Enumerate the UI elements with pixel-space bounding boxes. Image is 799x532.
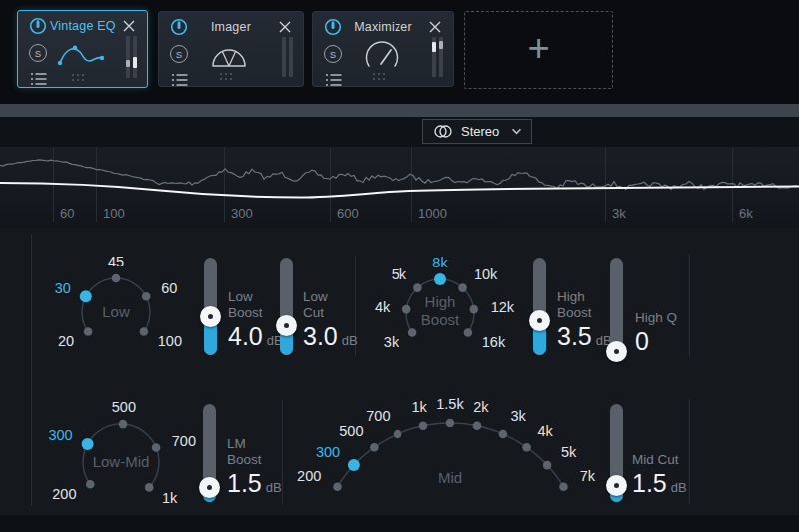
knob-option-label[interactable]: 45 — [108, 254, 124, 269]
knob-option-dot[interactable] — [86, 480, 95, 489]
high-boost-slider[interactable] — [529, 258, 550, 355]
slider-handle[interactable] — [529, 310, 550, 331]
knob-option-label[interactable]: 200 — [52, 486, 76, 502]
power-button[interactable] — [323, 17, 343, 37]
knob-option-label[interactable]: 8k — [432, 255, 448, 270]
knob-option-label[interactable]: 300 — [316, 444, 340, 460]
low-mid-frequency-knob: 2003005007001kLow-Mid — [48, 399, 196, 507]
knob-option-label[interactable]: 5k — [392, 266, 407, 282]
knob-option-label[interactable]: 30 — [55, 280, 71, 296]
slider-track[interactable] — [280, 258, 293, 355]
mid-cut-slider[interactable] — [606, 404, 627, 502]
knob-option-dot[interactable] — [152, 443, 161, 452]
knob-option-label[interactable]: 1k — [411, 399, 427, 415]
drag-handle[interactable] — [18, 74, 137, 81]
module-card-vintage-eq[interactable]: Vintage EQS — [17, 10, 148, 88]
knob-option-dot[interactable] — [446, 419, 455, 428]
knob-option-label[interactable]: 3k — [511, 408, 527, 424]
knob-option-label[interactable]: 16k — [482, 334, 506, 350]
knob-option-label[interactable]: 200 — [297, 468, 321, 484]
low-cut-slider[interactable] — [276, 258, 297, 355]
knob-option-label[interactable]: 1k — [162, 490, 178, 506]
knob-option-label[interactable]: 700 — [366, 408, 390, 424]
knob-option-dot[interactable] — [142, 292, 151, 301]
knob-option-dot[interactable] — [408, 328, 417, 337]
knob-option-dot[interactable] — [522, 443, 531, 452]
knob-option-label[interactable]: 60 — [161, 280, 177, 296]
knob-option-dot[interactable] — [333, 482, 342, 491]
knob-option-dot[interactable] — [145, 483, 154, 492]
divider — [689, 254, 690, 357]
module-title: Maximizer — [345, 20, 421, 34]
lm-boost-slider[interactable] — [199, 404, 220, 502]
mid-cut-readout: Mid Cut1.5dB — [632, 452, 687, 501]
knob-option-dot[interactable] — [82, 438, 94, 450]
knob-option-dot[interactable] — [499, 430, 508, 439]
channel-selector-label: Stereo — [461, 124, 504, 139]
drag-handle[interactable] — [159, 73, 293, 80]
knob-option-label[interactable]: 12k — [491, 299, 515, 315]
knob-option-label[interactable]: 7k — [580, 468, 596, 484]
knob-option-dot[interactable] — [80, 290, 92, 302]
knob-option-dot[interactable] — [119, 420, 128, 429]
overview-scrollbar[interactable] — [0, 104, 799, 117]
high-q-slider[interactable] — [606, 258, 627, 355]
slider-label: High Q — [635, 310, 677, 326]
knob-option-label[interactable]: 100 — [158, 333, 182, 349]
knob-option-label[interactable]: 500 — [112, 399, 136, 415]
module-card-imager[interactable]: ImagerS — [158, 11, 304, 87]
slider-handle[interactable] — [606, 475, 627, 496]
slider-handle[interactable] — [276, 315, 297, 336]
knob-option-label[interactable]: 700 — [172, 433, 196, 449]
knob-center-label: Low — [102, 303, 130, 320]
close-icon[interactable] — [275, 17, 295, 37]
knob-option-label[interactable]: 300 — [48, 427, 72, 443]
footer-bar — [0, 515, 799, 532]
level-meters — [126, 36, 137, 78]
knob-option-dot[interactable] — [84, 327, 93, 336]
drag-handle[interactable] — [313, 73, 443, 80]
channel-selector-dropdown[interactable]: Stereo — [422, 119, 532, 144]
knob-option-dot[interactable] — [413, 283, 422, 292]
knob-option-dot[interactable] — [559, 482, 568, 491]
slider-handle[interactable] — [200, 306, 221, 327]
knob-option-dot[interactable] — [348, 459, 360, 471]
power-button[interactable] — [28, 16, 48, 36]
knob-option-dot[interactable] — [140, 327, 149, 336]
solo-button[interactable]: S — [169, 44, 189, 64]
knob-option-label[interactable]: 3k — [384, 334, 400, 350]
slider-handle[interactable] — [199, 477, 220, 498]
knob-option-dot[interactable] — [473, 422, 482, 431]
knob-option-dot[interactable] — [394, 430, 402, 439]
knob-option-dot[interactable] — [112, 274, 121, 283]
power-button[interactable] — [169, 17, 189, 37]
high-q-value: 0 — [635, 328, 649, 354]
knob-option-label[interactable]: 2k — [473, 399, 489, 415]
knob-option-label[interactable]: 1.5k — [436, 396, 464, 412]
knob-option-label[interactable]: 4k — [538, 423, 554, 439]
knob-option-dot[interactable] — [464, 328, 473, 337]
slider-handle[interactable] — [606, 341, 627, 362]
knob-option-label[interactable]: 4k — [375, 299, 391, 315]
close-icon[interactable] — [425, 17, 445, 37]
knob-option-label[interactable]: 20 — [58, 333, 74, 349]
knob-option-dot[interactable] — [370, 443, 379, 452]
unit-label: dB — [266, 475, 282, 501]
knob-option-dot[interactable] — [543, 461, 552, 470]
solo-button[interactable]: S — [28, 43, 48, 63]
knob-option-dot[interactable] — [470, 305, 479, 314]
knob-option-dot[interactable] — [402, 305, 411, 314]
slider-track[interactable] — [533, 258, 546, 355]
knob-option-dot[interactable] — [434, 273, 446, 285]
slider-label: Low — [303, 289, 358, 305]
module-card-maximizer[interactable]: MaximizerS — [312, 11, 454, 87]
knob-option-label[interactable]: 10k — [474, 266, 498, 282]
knob-option-label[interactable]: 500 — [339, 423, 363, 439]
knob-option-dot[interactable] — [458, 283, 467, 292]
solo-button[interactable]: S — [323, 44, 343, 64]
knob-option-label[interactable]: 5k — [561, 444, 577, 460]
close-icon[interactable] — [119, 16, 139, 36]
knob-option-dot[interactable] — [419, 422, 428, 431]
add-module-button[interactable]: + — [464, 11, 613, 89]
low-boost-slider[interactable] — [200, 258, 221, 355]
